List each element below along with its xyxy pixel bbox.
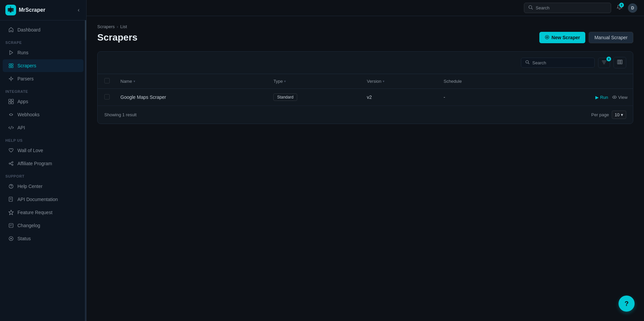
svg-point-29 [10,238,12,239]
sidebar-item-wall-of-love[interactable]: Wall of Love [3,144,84,157]
svg-point-17 [12,164,13,166]
help-center-icon [8,183,14,189]
svg-rect-12 [9,102,11,104]
breadcrumb-separator: › [117,24,118,29]
home-icon [8,27,14,33]
row-name: Google Maps Scraper [120,94,166,100]
table-search-input[interactable] [532,60,590,65]
sidebar-item-affiliate[interactable]: Affiliate Program [3,157,84,170]
collapse-sidebar-button[interactable]: ‹ [76,6,81,14]
plus-icon [545,35,549,41]
api-icon [8,125,14,131]
global-search-input[interactable] [536,5,607,10]
svg-point-5 [10,78,12,80]
sidebar-label-wall-of-love: Wall of Love [17,148,43,153]
col-version[interactable]: Version ▾ [362,74,438,89]
sidebar-label-parsers: Parsers [17,76,34,81]
filter-button[interactable]: 0 [598,58,610,68]
col-name[interactable]: Name ▾ [115,74,268,89]
new-scraper-button[interactable]: New Scraper [539,32,585,43]
svg-rect-13 [11,102,13,104]
svg-marker-0 [10,51,13,55]
sidebar-label-runs: Runs [17,50,29,55]
sidebar-item-runs[interactable]: Runs [3,46,84,59]
notification-button[interactable]: 0 [615,3,624,13]
svg-point-40 [614,97,615,98]
row-schedule-cell: - [438,89,517,106]
sidebar-item-help-center[interactable]: Help Center [3,180,84,193]
row-actions: ▶ Run [522,95,628,100]
table-toolbar: 0 [98,52,633,74]
book-icon [8,196,14,202]
breadcrumb-list: List [120,24,127,29]
sidebar-item-scrapers[interactable]: Scrapers [3,59,84,72]
global-search-box[interactable] [524,3,611,13]
sidebar-item-status[interactable]: Status [3,232,84,245]
run-button[interactable]: ▶ Run [595,95,608,100]
col-type-label: Type [273,79,283,84]
page-header: Scrapers New Scraper Manual Scraper [97,32,633,43]
sidebar-item-dashboard[interactable]: Dashboard [3,23,84,36]
sidebar-item-parsers[interactable]: Parsers [3,72,84,85]
new-scraper-label: New Scraper [551,35,580,40]
per-page-select[interactable]: 10 ▾ [612,111,626,119]
row-schedule: - [444,94,445,100]
row-version-cell: v2 [362,89,438,106]
sidebar-header: 🕷 MrScraper ‹ [0,0,86,20]
affiliate-icon [8,160,14,167]
per-page-value: 10 [615,112,620,117]
sidebar-label-api: API [17,125,25,130]
svg-rect-38 [619,60,621,64]
sidebar-nav: Dashboard Scrape Runs Scrapers [0,20,86,321]
table-row: Google Maps Scraper Standard v2 - [98,89,633,106]
sidebar-scrollbar-thumb [85,20,86,40]
scrapers-table: Name ▾ Type ▾ Version [98,74,633,106]
sidebar-label-feature-request: Feature Request [17,210,52,215]
svg-point-30 [529,6,532,9]
sidebar-item-changelog[interactable]: Changelog [3,219,84,232]
search-icon [528,5,533,11]
run-play-icon: ▶ [595,95,599,100]
sidebar-label-webhooks: Webhooks [17,112,40,117]
topbar: 0 D [87,0,644,16]
filter-icon [602,60,606,66]
breadcrumb-scrapers[interactable]: Scrapers [97,24,115,29]
svg-point-16 [12,162,13,163]
sidebar-label-changelog: Changelog [17,223,40,228]
view-button[interactable]: View [612,95,628,100]
main-area: 0 D Scrapers › List Scrapers [87,0,644,321]
select-all-checkbox[interactable] [104,78,110,83]
columns-button[interactable] [613,57,626,68]
svg-rect-39 [621,60,622,64]
sidebar-item-feature-request[interactable]: Feature Request [3,206,84,219]
svg-rect-37 [618,60,619,64]
sidebar-item-apps[interactable]: Apps [3,95,84,108]
parsers-icon [8,76,14,82]
col-actions [517,74,633,89]
filter-badge: 0 [606,57,611,61]
feature-icon [8,209,14,215]
type-sort-icon: ▾ [284,79,286,83]
table-search-box[interactable] [521,58,595,68]
sidebar-item-api[interactable]: API [3,121,84,134]
help-fab[interactable]: ? [619,296,635,312]
notification-badge: 0 [619,3,624,7]
row-checkbox[interactable] [104,94,110,100]
col-name-label: Name [120,79,132,84]
section-label-support: Support [0,170,86,180]
col-type[interactable]: Type ▾ [268,74,362,89]
section-label-helpus: Help Us [0,134,86,144]
col-version-label: Version [367,79,381,84]
breadcrumb: Scrapers › List [97,24,633,29]
sidebar-item-api-docs[interactable]: API Documentation [3,193,84,206]
sidebar-scrollbar[interactable] [85,20,86,321]
sidebar-item-webhooks[interactable]: Webhooks [3,108,84,121]
section-label-scrape: Scrape [0,37,86,46]
row-type-cell: Standard [268,89,362,106]
svg-rect-11 [11,99,13,101]
select-all-col [98,74,115,89]
user-avatar[interactable]: D [628,3,637,13]
per-page-label: Per page [591,112,609,117]
manual-scraper-button[interactable]: Manual Scraper [589,32,633,43]
col-schedule: Schedule [438,74,517,89]
